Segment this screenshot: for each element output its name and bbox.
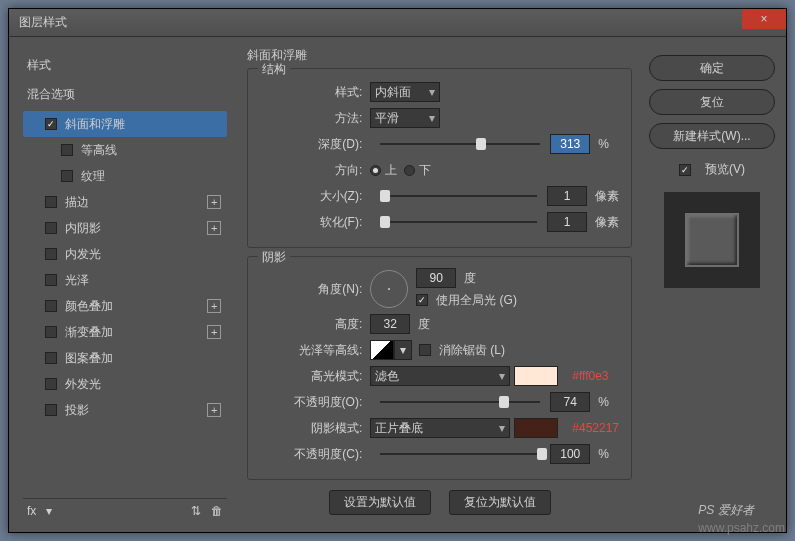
gloss-contour-dropdown[interactable]: ▾ <box>394 340 412 360</box>
effect-label: 光泽 <box>65 272 89 289</box>
effect-checkbox[interactable] <box>61 144 73 156</box>
direction-label: 方向: <box>260 162 370 179</box>
effect-checkbox[interactable] <box>45 118 57 130</box>
effect-checkbox[interactable] <box>45 248 57 260</box>
effect-0[interactable]: 斜面和浮雕 <box>23 111 227 137</box>
size-unit: 像素 <box>595 188 619 205</box>
add-icon[interactable]: + <box>207 299 221 313</box>
chevron-down-icon[interactable]: ▾ <box>46 504 52 518</box>
add-icon[interactable]: + <box>207 403 221 417</box>
effect-label: 颜色叠加 <box>65 298 113 315</box>
gloss-contour-label: 光泽等高线: <box>260 342 370 359</box>
effect-label: 图案叠加 <box>65 350 113 367</box>
effect-checkbox[interactable] <box>45 222 57 234</box>
down-label: 下 <box>419 162 431 179</box>
angle-input[interactable] <box>416 268 456 288</box>
direction-down-radio[interactable] <box>404 165 415 176</box>
effect-9[interactable]: 图案叠加 <box>23 345 227 371</box>
effect-checkbox[interactable] <box>45 378 57 390</box>
effect-label: 斜面和浮雕 <box>65 116 125 133</box>
highlight-opacity-slider[interactable] <box>380 398 540 406</box>
preview-checkbox[interactable] <box>679 164 691 176</box>
add-icon[interactable]: + <box>207 195 221 209</box>
shadow-opacity-slider[interactable] <box>380 450 540 458</box>
method-select[interactable]: 平滑 <box>370 108 440 128</box>
preview-swatch <box>685 213 739 267</box>
effect-6[interactable]: 光泽 <box>23 267 227 293</box>
soften-label: 软化(F): <box>260 214 370 231</box>
effect-label: 渐变叠加 <box>65 324 113 341</box>
effect-4[interactable]: 内阴影+ <box>23 215 227 241</box>
blend-options[interactable]: 混合选项 <box>23 80 227 109</box>
effect-8[interactable]: 渐变叠加+ <box>23 319 227 345</box>
add-icon[interactable]: + <box>207 221 221 235</box>
effect-3[interactable]: 描边+ <box>23 189 227 215</box>
effect-11[interactable]: 投影+ <box>23 397 227 423</box>
soften-slider[interactable] <box>380 218 537 226</box>
effect-checkbox[interactable] <box>45 196 57 208</box>
method-label: 方法: <box>260 110 370 127</box>
highlight-hex: #fff0e3 <box>572 369 608 383</box>
size-input[interactable] <box>547 186 587 206</box>
effect-5[interactable]: 内发光 <box>23 241 227 267</box>
soften-input[interactable] <box>547 212 587 232</box>
up-label: 上 <box>385 162 397 179</box>
depth-input[interactable] <box>550 134 590 154</box>
effect-10[interactable]: 外发光 <box>23 371 227 397</box>
shadow-color-swatch[interactable] <box>514 418 558 438</box>
fx-menu[interactable]: fx <box>27 504 36 518</box>
watermark: PS 爱好者www.psahz.com <box>698 501 785 535</box>
effect-label: 描边 <box>65 194 89 211</box>
altitude-input[interactable] <box>370 314 410 334</box>
highlight-opacity-label: 不透明度(O): <box>260 394 370 411</box>
highlight-color-swatch[interactable] <box>514 366 558 386</box>
shadow-opacity-input[interactable] <box>550 444 590 464</box>
direction-up-radio[interactable] <box>370 165 381 176</box>
effect-checkbox[interactable] <box>61 170 73 182</box>
altitude-label: 高度: <box>260 316 370 333</box>
highlight-mode-select[interactable]: 滤色 <box>370 366 510 386</box>
add-icon[interactable]: + <box>207 325 221 339</box>
cancel-button[interactable]: 复位 <box>649 89 775 115</box>
window-title: 图层样式 <box>19 14 67 31</box>
effect-2[interactable]: 纹理 <box>23 163 227 189</box>
structure-group: 结构 样式:内斜面 方法:平滑 深度(D):% 方向:上 下 大小(Z):像素 … <box>247 68 632 248</box>
soften-unit: 像素 <box>595 214 619 231</box>
effects-panel: 样式 混合选项 斜面和浮雕等高线纹理描边+内阴影+内发光光泽颜色叠加+渐变叠加+… <box>13 41 237 528</box>
preview-label: 预览(V) <box>705 161 745 178</box>
section-title: 斜面和浮雕 <box>247 47 632 64</box>
antialias-checkbox[interactable] <box>419 344 431 356</box>
global-light-checkbox[interactable] <box>416 294 428 306</box>
effect-label: 内阴影 <box>65 220 101 237</box>
size-label: 大小(Z): <box>260 188 370 205</box>
effect-checkbox[interactable] <box>45 352 57 364</box>
gloss-contour-picker[interactable] <box>370 340 394 360</box>
effect-checkbox[interactable] <box>45 300 57 312</box>
preview-box <box>664 192 760 288</box>
shadow-mode-select[interactable]: 正片叠底 <box>370 418 510 438</box>
titlebar[interactable]: 图层样式 × <box>9 9 786 37</box>
new-style-button[interactable]: 新建样式(W)... <box>649 123 775 149</box>
depth-label: 深度(D): <box>260 136 370 153</box>
effect-1[interactable]: 等高线 <box>23 137 227 163</box>
highlight-opacity-input[interactable] <box>550 392 590 412</box>
effect-checkbox[interactable] <box>45 404 57 416</box>
size-slider[interactable] <box>380 192 537 200</box>
effect-checkbox[interactable] <box>45 274 57 286</box>
angle-wheel[interactable] <box>370 270 408 308</box>
reset-default-button[interactable]: 复位为默认值 <box>449 490 551 515</box>
ok-button[interactable]: 确定 <box>649 55 775 81</box>
make-default-button[interactable]: 设置为默认值 <box>329 490 431 515</box>
styles-header[interactable]: 样式 <box>23 51 227 80</box>
close-button[interactable]: × <box>742 9 786 29</box>
trash-icon[interactable]: 🗑 <box>211 504 223 518</box>
depth-unit: % <box>598 137 609 151</box>
effect-checkbox[interactable] <box>45 326 57 338</box>
up-down-icon[interactable]: ⇅ <box>191 504 201 518</box>
close-icon: × <box>760 12 767 26</box>
antialias-label: 消除锯齿 (L) <box>439 342 505 359</box>
style-label: 样式: <box>260 84 370 101</box>
style-select[interactable]: 内斜面 <box>370 82 440 102</box>
effect-7[interactable]: 颜色叠加+ <box>23 293 227 319</box>
depth-slider[interactable] <box>380 140 540 148</box>
